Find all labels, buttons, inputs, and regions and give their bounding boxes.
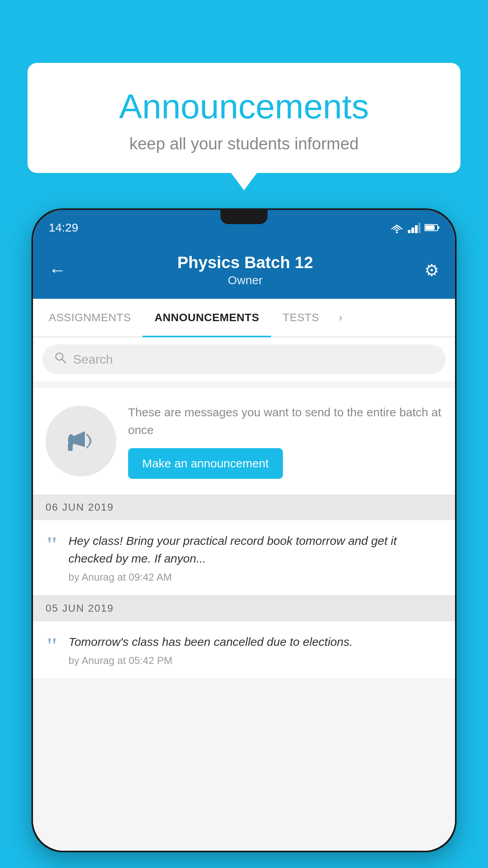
signal-icon <box>408 222 420 233</box>
phone-inner: 14:29 <box>33 210 455 851</box>
make-announcement-button[interactable]: Make an announcement <box>128 448 283 479</box>
svg-rect-4 <box>408 230 411 233</box>
status-icons <box>390 222 439 233</box>
date-separator-1: 06 JUN 2019 <box>33 495 455 520</box>
phone-content: Search <box>33 337 455 851</box>
announcement-message-1: Hey class! Bring your practical record b… <box>68 532 442 567</box>
search-placeholder-text: Search <box>73 352 113 367</box>
announcement-item-2: " Tomorrow's class has been cancelled du… <box>33 621 455 679</box>
announcement-prompt: These are messages you want to send to t… <box>33 388 455 495</box>
tab-announcements[interactable]: ANNOUNCEMENTS <box>143 299 271 337</box>
svg-rect-5 <box>411 228 414 233</box>
tab-assignments[interactable]: ASSIGNMENTS <box>37 299 143 337</box>
svg-marker-2 <box>395 229 399 231</box>
announcement-meta-1: by Anurag at 09:42 AM <box>68 571 442 583</box>
search-icon <box>54 351 67 367</box>
megaphone-icon <box>63 423 99 459</box>
owner-label: Owner <box>66 274 424 287</box>
svg-line-12 <box>62 359 66 363</box>
announcement-item-1: " Hey class! Bring your practical record… <box>33 520 455 596</box>
speech-bubble-section: Announcements keep all your students inf… <box>28 63 460 173</box>
quote-icon-2: " <box>46 634 58 657</box>
svg-rect-9 <box>438 226 439 229</box>
announcement-description: These are messages you want to send to t… <box>128 403 442 439</box>
svg-rect-7 <box>418 223 420 233</box>
svg-rect-10 <box>425 225 435 230</box>
search-bar-container: Search <box>33 337 455 381</box>
announcement-subtitle: keep all your students informed <box>51 134 437 153</box>
date-separator-2: 05 JUN 2019 <box>33 596 455 621</box>
tabs-bar: ASSIGNMENTS ANNOUNCEMENTS TESTS › <box>33 299 455 337</box>
announcement-title: Announcements <box>51 86 437 127</box>
back-button[interactable]: ← <box>49 260 66 280</box>
announcement-text-2: Tomorrow's class has been cancelled due … <box>68 633 442 667</box>
status-bar: 14:29 <box>33 210 455 245</box>
tab-more[interactable]: › <box>331 299 350 337</box>
announcement-icon-circle <box>46 406 116 476</box>
announcement-text-1: Hey class! Bring your practical record b… <box>68 532 442 583</box>
header-title-group: Physics Batch 12 Owner <box>66 253 424 287</box>
svg-point-3 <box>396 232 398 234</box>
wifi-icon <box>390 222 404 233</box>
status-time: 14:29 <box>49 221 78 234</box>
announcement-right: These are messages you want to send to t… <box>128 403 442 479</box>
phone-frame: 14:29 <box>31 208 457 852</box>
batch-title: Physics Batch 12 <box>66 253 424 272</box>
battery-icon <box>424 223 439 232</box>
app-header: ← Physics Batch 12 Owner ⚙ <box>33 245 455 299</box>
tab-tests[interactable]: TESTS <box>271 299 331 337</box>
phone-notch <box>220 210 268 224</box>
settings-button[interactable]: ⚙ <box>424 261 439 280</box>
search-bar[interactable]: Search <box>42 344 446 374</box>
announcement-meta-2: by Anurag at 05:42 PM <box>68 655 442 667</box>
announcement-message-2: Tomorrow's class has been cancelled due … <box>68 633 442 651</box>
quote-icon-1: " <box>46 533 58 556</box>
speech-bubble-card: Announcements keep all your students inf… <box>28 63 460 173</box>
svg-rect-14 <box>68 443 73 451</box>
svg-rect-6 <box>415 225 418 233</box>
